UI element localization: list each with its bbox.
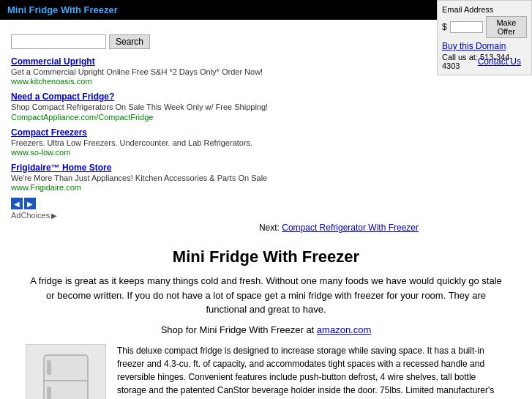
adchoices-row: AdChoices ▶ — [11, 211, 471, 220]
content-area: Search Commercial Upright Get a Commerci… — [0, 20, 532, 399]
ad-item: Commercial Upright Get a Commercial Upri… — [11, 56, 471, 86]
ad-item: Need a Compact Fridge? Shop Compact Refr… — [11, 92, 471, 121]
contact-us-area: Contact Us — [471, 56, 521, 220]
ads-list: Commercial Upright Get a Commercial Upri… — [11, 56, 471, 220]
ad-desc: Freezers. Ultra Low Freezers. Undercount… — [11, 138, 471, 148]
ad-url: www.Frigidaire.com — [11, 183, 471, 192]
main-content: Search Commercial Upright Get a Commerci… — [0, 20, 532, 399]
ad-item: Frigidaire™ Home Store We're More Than J… — [11, 163, 471, 192]
ad-desc: Get a Commercial Upright Online Free S&H… — [11, 67, 471, 77]
search-input[interactable] — [11, 34, 106, 49]
ad-title[interactable]: Commercial Upright — [11, 56, 471, 67]
ad-desc: Shop Compact Refrigerators On Sale This … — [11, 102, 471, 112]
ad-title[interactable]: Compact Freezers — [11, 127, 471, 138]
product-image — [26, 344, 106, 399]
search-row: Search — [11, 34, 521, 49]
next-link[interactable]: Compact Refrigerator With Freezer — [282, 223, 419, 233]
nav-arrows: ◀ ▶ — [11, 198, 471, 209]
ads-section: Commercial Upright Get a Commercial Upri… — [11, 56, 521, 220]
search-button[interactable]: Search — [109, 34, 150, 49]
ad-url: www.kitchenoasis.com — [11, 77, 471, 86]
ad-url: www.so-low.com — [11, 148, 471, 157]
svg-rect-3 — [47, 387, 51, 399]
next-arrow[interactable]: ▶ — [24, 198, 36, 209]
next-label: Next: — [259, 223, 280, 233]
ad-url: CompactAppliance.com/CompactFridge — [11, 113, 471, 122]
amazon-link[interactable]: amazon.com — [317, 324, 371, 335]
ad-title[interactable]: Frigidaire™ Home Store — [11, 163, 471, 173]
product-section: This deluxe compact fridge is designed t… — [26, 344, 506, 399]
adchoices-icon: ▶ — [51, 212, 57, 220]
ad-item: Compact Freezers Freezers. Ultra Low Fre… — [11, 127, 471, 157]
article: Mini Fridge With Freezer A fridge is gre… — [11, 233, 521, 399]
shop-line-text: Shop for Mini Fridge With Freezer at — [161, 324, 315, 335]
svg-rect-2 — [47, 360, 51, 375]
shop-line: Shop for Mini Fridge With Freezer at ama… — [26, 324, 506, 335]
ad-title[interactable]: Need a Compact Fridge? — [11, 92, 471, 102]
contact-us-link[interactable]: Contact Us — [478, 56, 521, 67]
article-title: Mini Fridge With Freezer — [26, 247, 506, 266]
email-label: Email Address — [442, 5, 527, 14]
site-title[interactable]: Mini Fridge With Freezer — [7, 4, 118, 15]
prev-arrow[interactable]: ◀ — [11, 198, 23, 209]
article-intro: A fridge is great as it keeps many thing… — [26, 274, 506, 317]
product-description: This deluxe compact fridge is designed t… — [117, 344, 506, 399]
next-row: Next: Compact Refrigerator With Freezer — [11, 223, 419, 233]
adchoices-label: AdChoices — [11, 211, 50, 220]
ad-desc: We're More Than Just Appliances! Kitchen… — [11, 173, 471, 183]
